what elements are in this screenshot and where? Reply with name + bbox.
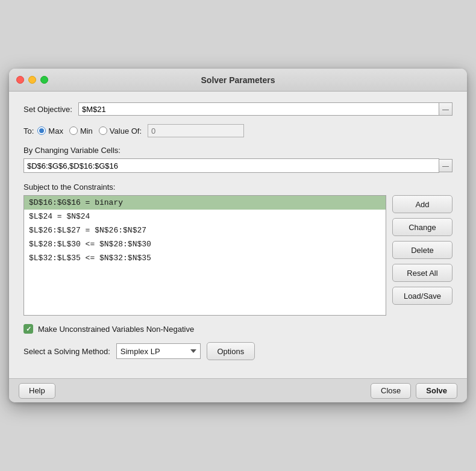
minimize-button[interactable] [28,76,36,84]
radio-max-circle[interactable] [37,126,46,135]
objective-input[interactable] [78,102,439,116]
objective-label: Set Objective: [23,105,72,114]
constraint-item[interactable]: $L$28:$L$30 <= $N$28:$N$30 [24,237,386,251]
radio-min-circle[interactable] [69,126,78,135]
method-row: Select a Solving Method: Simplex LP Opti… [23,342,453,360]
reset-all-button[interactable]: Reset All [392,264,453,282]
solve-button[interactable]: Solve [416,383,457,399]
constraints-area: $D$16:$G$16 = binary$L$24 = $N$24$L$26:$… [23,195,453,316]
radio-min-label: Min [80,126,93,136]
objective-row: Set Objective: — [23,102,453,116]
unconstrained-row[interactable]: Make Unconstrained Variables Non-Negativ… [23,324,453,334]
dropdown-arrow-icon [190,349,196,353]
window-title: Solver Parameters [201,75,275,85]
objective-input-group: — [78,102,453,116]
maximize-button[interactable] [40,76,48,84]
add-button[interactable]: Add [392,195,453,213]
radio-max[interactable]: Max [37,126,63,136]
help-button[interactable]: Help [19,383,55,399]
value-of-input[interactable] [148,124,244,137]
unconstrained-checkbox[interactable] [23,324,33,334]
main-content: Set Objective: — To: Max Min Value Of: [9,92,467,378]
method-selected-text: Simplex LP [121,347,187,356]
variable-cells-label: By Changing Variable Cells: [23,146,453,155]
method-select[interactable]: Simplex LP [116,343,201,359]
radio-valueof-label: Value Of: [110,126,142,136]
to-label: To: [23,126,34,136]
radio-valueof[interactable]: Value Of: [99,126,142,136]
radio-valueof-circle[interactable] [99,126,107,135]
constraint-item[interactable]: $L$26:$L$27 = $N$26:$N$27 [24,223,386,237]
to-row: To: Max Min Value Of: [23,124,453,137]
method-label: Select a Solving Method: [23,347,110,356]
constraints-buttons: Add Change Delete Reset All Load/Save [392,195,453,316]
radio-max-label: Max [48,126,63,136]
options-button[interactable]: Options [207,342,255,360]
constraint-item[interactable]: $D$16:$G$16 = binary [24,196,386,210]
close-dialog-button[interactable]: Close [371,383,411,399]
objective-collapse-btn[interactable]: — [439,102,453,116]
constraints-list[interactable]: $D$16:$G$16 = binary$L$24 = $N$24$L$26:$… [23,195,386,316]
constraints-label: Subject to the Constraints: [23,182,453,192]
close-button[interactable] [16,76,24,84]
titlebar: Solver Parameters [9,69,467,92]
traffic-lights [16,76,48,84]
variable-cells-collapse-btn[interactable]: — [439,159,453,172]
solver-parameters-window: Solver Parameters Set Objective: — To: M… [9,69,467,402]
bottom-bar: Help Close Solve [9,378,467,402]
variable-cells-input[interactable] [23,158,439,173]
constraints-section: Subject to the Constraints: $D$16:$G$16 … [23,182,453,316]
constraint-item[interactable]: $L$32:$L$35 <= $N$32:$N$35 [24,251,386,265]
unconstrained-label: Make Unconstrained Variables Non-Negativ… [38,325,194,334]
delete-button[interactable]: Delete [392,241,453,259]
constraint-item[interactable]: $L$24 = $N$24 [24,210,386,223]
variable-cells-row: — [23,158,453,173]
change-button[interactable]: Change [392,218,453,236]
radio-min[interactable]: Min [69,126,93,136]
load-save-button[interactable]: Load/Save [392,287,453,305]
